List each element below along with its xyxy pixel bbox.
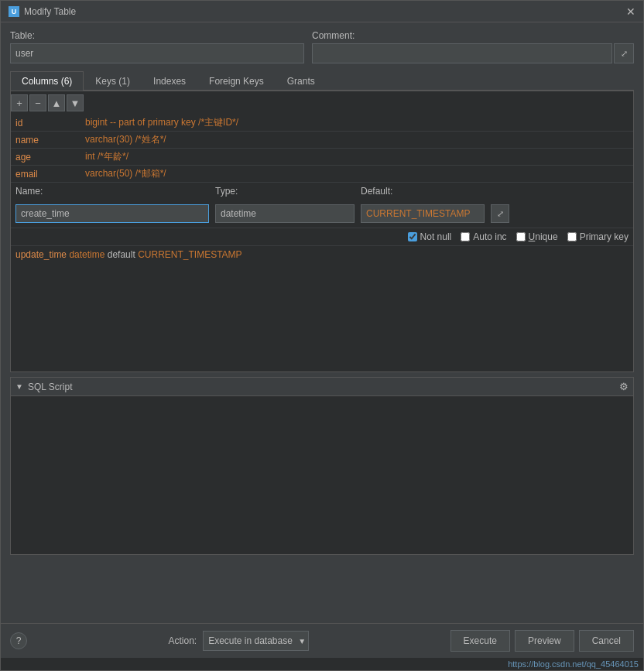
columns-panel: + − ▲ ▼ id bigint -- part of primary key… bbox=[10, 91, 634, 372]
sql-header: ▼ SQL Script ⚙ bbox=[10, 377, 634, 395]
add-column-button[interactable]: + bbox=[11, 94, 28, 111]
table-row[interactable]: email varchar(50) /*邮箱*/ bbox=[11, 166, 633, 183]
default-field-label: Default: bbox=[361, 186, 485, 197]
sql-section-title: SQL Script bbox=[28, 382, 73, 392]
type-field-label: Type: bbox=[215, 186, 355, 197]
title-bar: U Modify Table ✕ bbox=[1, 1, 643, 22]
column-default-input[interactable] bbox=[361, 204, 485, 223]
action-label: Action: bbox=[168, 635, 197, 646]
close-button[interactable]: ✕ bbox=[626, 6, 635, 17]
help-button[interactable]: ? bbox=[10, 632, 27, 649]
tabs-bar: Columns (6) Keys (1) Indexes Foreign Key… bbox=[10, 71, 634, 91]
remove-column-button[interactable]: − bbox=[29, 94, 46, 111]
sql-collapse-toggle[interactable]: ▼ SQL Script bbox=[15, 382, 72, 392]
not-null-checkbox[interactable] bbox=[408, 232, 417, 241]
execute-button[interactable]: Execute bbox=[450, 630, 510, 652]
comment-label: Comment: bbox=[312, 30, 634, 41]
primary-key-label: Primary key bbox=[580, 231, 629, 242]
tab-indexes[interactable]: Indexes bbox=[142, 71, 197, 91]
url-bar: https://blog.csdn.net/qq_45464015 bbox=[1, 658, 643, 670]
table-row[interactable]: age int /*年龄*/ bbox=[11, 149, 633, 166]
table-row[interactable]: id bigint -- part of primary key /*主键ID*… bbox=[11, 115, 633, 132]
update-time-row[interactable]: update_time datetime default CURRENT_TIM… bbox=[11, 246, 633, 263]
table-label: Table: bbox=[10, 30, 304, 41]
tab-columns[interactable]: Columns (6) bbox=[10, 71, 84, 91]
auto-inc-checkbox-label[interactable]: Auto inc bbox=[461, 231, 506, 242]
columns-toolbar: + − ▲ ▼ bbox=[11, 91, 633, 115]
unique-checkbox[interactable] bbox=[516, 232, 526, 241]
url-text: https://blog.csdn.net/qq_45464015 bbox=[508, 659, 639, 669]
action-select[interactable]: Execute in database Execute as script Sh… bbox=[203, 631, 309, 651]
column-comment-button[interactable]: ⤢ bbox=[491, 204, 509, 223]
dialog-title: Modify Table bbox=[24, 6, 76, 17]
chevron-down-icon: ▼ bbox=[15, 382, 23, 391]
tab-keys[interactable]: Keys (1) bbox=[84, 71, 142, 91]
comment-input[interactable] bbox=[312, 43, 612, 63]
column-type-input[interactable] bbox=[215, 204, 355, 223]
auto-inc-label: Auto inc bbox=[473, 231, 506, 242]
tab-grants[interactable]: Grants bbox=[276, 71, 327, 91]
empty-columns-area bbox=[11, 263, 633, 371]
tab-foreign-keys[interactable]: Foreign Keys bbox=[197, 71, 276, 91]
edit-row: ⤢ bbox=[11, 200, 633, 228]
primary-key-checkbox[interactable] bbox=[567, 232, 577, 241]
app-icon: U bbox=[9, 6, 19, 17]
unique-label: Unique bbox=[529, 231, 558, 242]
move-up-button[interactable]: ▲ bbox=[48, 94, 65, 111]
name-field-label: Name: bbox=[15, 186, 209, 197]
table-name-input[interactable] bbox=[10, 43, 304, 63]
not-null-label: Not null bbox=[420, 231, 452, 242]
action-buttons: Execute Preview Cancel bbox=[450, 630, 634, 652]
preview-button[interactable]: Preview bbox=[515, 630, 574, 652]
column-name-input[interactable] bbox=[15, 204, 209, 223]
action-row: Action: Execute in database Execute as s… bbox=[168, 631, 309, 651]
cancel-button[interactable]: Cancel bbox=[579, 630, 634, 652]
checkboxes-row: Not null Auto inc Unique Primary key bbox=[11, 228, 633, 246]
not-null-checkbox-label[interactable]: Not null bbox=[408, 231, 452, 242]
unique-checkbox-label[interactable]: Unique bbox=[516, 231, 558, 242]
table-row[interactable]: name varchar(30) /*姓名*/ bbox=[11, 132, 633, 149]
sql-script-body bbox=[10, 395, 634, 555]
field-labels-row: Name: Type: Default: bbox=[11, 183, 633, 200]
bottom-bar: ? Action: Execute in database Execute as… bbox=[1, 623, 643, 658]
sql-section: ▼ SQL Script ⚙ bbox=[10, 377, 634, 555]
primary-key-checkbox-label[interactable]: Primary key bbox=[567, 231, 629, 242]
table-comment-row: Table: Comment: ⤢ bbox=[10, 30, 634, 63]
move-down-button[interactable]: ▼ bbox=[67, 94, 84, 111]
gear-icon[interactable]: ⚙ bbox=[619, 381, 629, 392]
auto-inc-checkbox[interactable] bbox=[461, 232, 470, 241]
comment-expand-button[interactable]: ⤢ bbox=[614, 43, 634, 63]
